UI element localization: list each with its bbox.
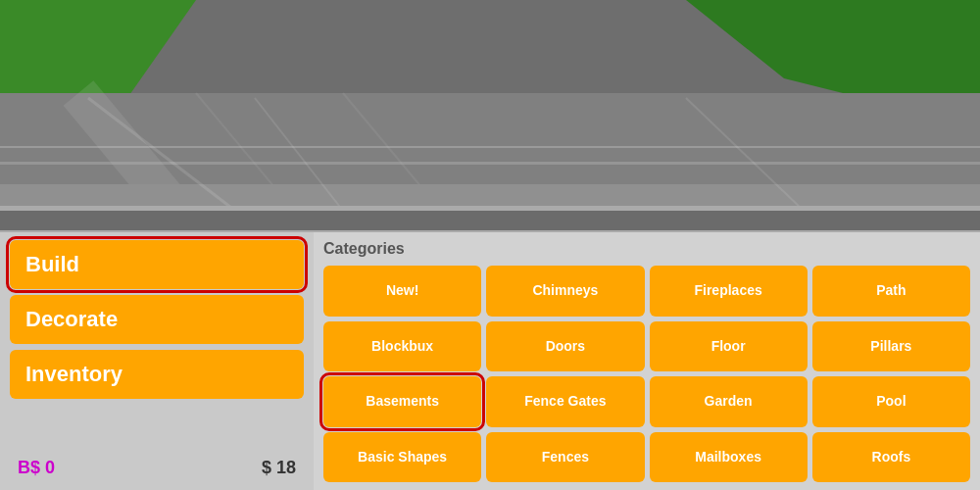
right-panel: Categories New! Chimneys Fireplaces Path… — [314, 230, 980, 490]
cat-fence-gates[interactable]: Fence Gates — [486, 376, 644, 427]
cat-path[interactable]: Path — [812, 266, 970, 317]
decorate-button[interactable]: Decorate — [10, 295, 304, 344]
build-button[interactable]: Build — [10, 240, 304, 289]
cat-basic-shapes[interactable]: Basic Shapes — [323, 432, 481, 483]
cat-floor[interactable]: Floor — [650, 321, 808, 372]
categories-title: Categories — [323, 240, 970, 258]
svg-line-9 — [88, 98, 235, 211]
cat-pool[interactable]: Pool — [812, 376, 970, 427]
cash-balance: $ 18 — [262, 458, 296, 478]
svg-rect-3 — [0, 93, 980, 211]
svg-rect-7 — [0, 162, 980, 165]
svg-line-11 — [686, 98, 804, 211]
svg-line-4 — [78, 93, 176, 211]
balance-row: B$ 0 $ 18 — [10, 454, 304, 482]
cat-garden[interactable]: Garden — [650, 376, 808, 427]
svg-line-5 — [196, 93, 294, 211]
svg-rect-0 — [0, 0, 980, 211]
bux-balance: B$ 0 — [18, 458, 55, 478]
categories-grid: New! Chimneys Fireplaces Path Blockbux D… — [323, 266, 970, 482]
ui-container: Build Decorate Inventory B$ 0 $ 18 Categ… — [0, 230, 980, 490]
cat-blockbux[interactable]: Blockbux — [323, 321, 481, 372]
svg-rect-13 — [0, 206, 980, 211]
cat-roofs[interactable]: Roofs — [812, 432, 970, 483]
cat-fences[interactable]: Fences — [486, 432, 644, 483]
cat-fireplaces[interactable]: Fireplaces — [650, 266, 808, 317]
svg-marker-1 — [0, 0, 196, 98]
cat-new[interactable]: New! — [323, 266, 481, 317]
svg-line-10 — [255, 98, 343, 211]
cat-pillars[interactable]: Pillars — [812, 321, 970, 372]
svg-line-6 — [343, 93, 441, 211]
road-scene — [0, 0, 980, 211]
inventory-button[interactable]: Inventory — [10, 350, 304, 399]
cat-mailboxes[interactable]: Mailboxes — [650, 432, 808, 483]
cat-doors[interactable]: Doors — [486, 321, 644, 372]
cat-basements[interactable]: Basements — [323, 376, 481, 427]
cat-chimneys[interactable]: Chimneys — [486, 266, 644, 317]
svg-rect-8 — [0, 184, 980, 211]
left-panel: Build Decorate Inventory B$ 0 $ 18 — [0, 230, 314, 490]
svg-marker-2 — [686, 0, 980, 127]
